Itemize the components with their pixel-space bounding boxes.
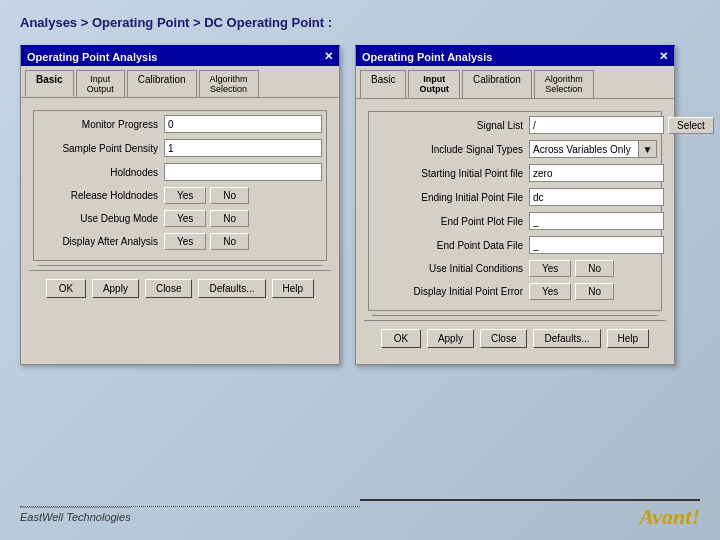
dialog-titlebar-1: Operating Point Analysis ✕ <box>21 47 339 66</box>
sample-density-row: Sample Point Density <box>38 139 322 157</box>
debug-mode-label: Use Debug Mode <box>38 213 158 224</box>
help-button-2[interactable]: Help <box>607 329 650 348</box>
signal-list-label: Signal List <box>373 120 523 131</box>
display-after-row: Display After Analysis Yes No <box>38 233 322 250</box>
dialog-title-1: Operating Point Analysis <box>27 51 157 63</box>
debug-mode-row: Use Debug Mode Yes No <box>38 210 322 227</box>
sample-density-input[interactable] <box>164 139 322 157</box>
apply-button-1[interactable]: Apply <box>92 279 139 298</box>
page-footer: EastWell Technologies Avant! <box>20 499 700 530</box>
include-signal-value: Across Variables Only <box>533 144 631 155</box>
data-file-row: End Point Data File <box>373 236 657 254</box>
include-signal-label: Include Signal Types <box>373 144 523 155</box>
dialog-title-2: Operating Point Analysis <box>362 51 492 63</box>
close-button-2[interactable]: Close <box>480 329 528 348</box>
dialog-operating-point-1: Operating Point Analysis ✕ Basic InputOu… <box>20 45 340 365</box>
tab-bar-2: Basic InputOutput Calibration AlgorithmS… <box>356 66 674 99</box>
defaults-button-2[interactable]: Defaults... <box>533 329 600 348</box>
start-initial-label: Starting Initial Point file <box>373 168 523 179</box>
use-initial-btngroup: Yes No <box>529 260 614 277</box>
tab-input-output-2[interactable]: InputOutput <box>408 70 460 98</box>
close-icon-2[interactable]: ✕ <box>659 50 668 63</box>
close-button-1[interactable]: Close <box>145 279 193 298</box>
holdnodes-label: Holdnodes <box>38 167 158 178</box>
display-after-yes[interactable]: Yes <box>164 233 206 250</box>
plot-file-input[interactable] <box>529 212 664 230</box>
release-holdnodes-no[interactable]: No <box>210 187 249 204</box>
signal-list-row: Signal List Select <box>373 116 657 134</box>
dialog-footer-1: OK Apply Close Defaults... Help <box>29 270 331 306</box>
display-initial-no[interactable]: No <box>575 283 614 300</box>
include-signal-row: Include Signal Types Across Variables On… <box>373 140 657 158</box>
use-initial-yes[interactable]: Yes <box>529 260 571 277</box>
display-after-no[interactable]: No <box>210 233 249 250</box>
tab-input-output-1[interactable]: InputOutput <box>76 70 125 97</box>
include-signal-dropdown[interactable]: Across Variables Only ▼ <box>529 140 657 158</box>
footer-company: EastWell Technologies <box>20 507 131 523</box>
tab-calibration-2[interactable]: Calibration <box>462 70 532 98</box>
ok-button-1[interactable]: OK <box>46 279 86 298</box>
display-after-label: Display After Analysis <box>38 236 158 247</box>
debug-mode-yes[interactable]: Yes <box>164 210 206 227</box>
sample-density-label: Sample Point Density <box>38 143 158 154</box>
apply-button-2[interactable]: Apply <box>427 329 474 348</box>
display-initial-yes[interactable]: Yes <box>529 283 571 300</box>
monitor-progress-label: Monitor Progress <box>38 119 158 130</box>
start-initial-row: Starting Initial Point file <box>373 164 657 182</box>
holdnodes-input[interactable] <box>164 163 322 181</box>
use-initial-no[interactable]: No <box>575 260 614 277</box>
display-initial-btngroup: Yes No <box>529 283 614 300</box>
tab-calibration-1[interactable]: Calibration <box>127 70 197 97</box>
use-initial-row: Use Initial Conditions Yes No <box>373 260 657 277</box>
tab-algorithm-1[interactable]: AlgorithmSelection <box>199 70 259 97</box>
data-file-input[interactable] <box>529 236 664 254</box>
dialog-titlebar-2: Operating Point Analysis ✕ <box>356 47 674 66</box>
breadcrumb: Analyses > Operating Point > DC Operatin… <box>20 10 700 35</box>
display-initial-row: Display Initial Point Error Yes No <box>373 283 657 300</box>
data-file-label: End Point Data File <box>373 240 523 251</box>
tab-bar-1: Basic InputOutput Calibration AlgorithmS… <box>21 66 339 98</box>
tab-algorithm-2[interactable]: AlgorithmSelection <box>534 70 594 98</box>
end-initial-label: Ending Initial Point File <box>373 192 523 203</box>
monitor-progress-row: Monitor Progress <box>38 115 322 133</box>
tab-basic-2[interactable]: Basic <box>360 70 406 98</box>
ok-button-2[interactable]: OK <box>381 329 421 348</box>
release-holdnodes-row: Release Holdnodes Yes No <box>38 187 322 204</box>
select-button[interactable]: Select <box>668 117 714 134</box>
dialog-operating-point-2: Operating Point Analysis ✕ Basic InputOu… <box>355 45 675 365</box>
release-holdnodes-yes[interactable]: Yes <box>164 187 206 204</box>
defaults-button-1[interactable]: Defaults... <box>198 279 265 298</box>
release-holdnodes-btngroup: Yes No <box>164 187 249 204</box>
help-button-1[interactable]: Help <box>272 279 315 298</box>
tab-basic-1[interactable]: Basic <box>25 70 74 97</box>
display-after-btngroup: Yes No <box>164 233 249 250</box>
display-initial-label: Display Initial Point Error <box>373 286 523 297</box>
use-initial-label: Use Initial Conditions <box>373 263 523 274</box>
end-initial-input[interactable] <box>529 188 664 206</box>
end-initial-row: Ending Initial Point File <box>373 188 657 206</box>
dropdown-arrow-icon[interactable]: ▼ <box>638 141 656 157</box>
footer-logo: Avant! <box>639 499 700 529</box>
debug-mode-no[interactable]: No <box>210 210 249 227</box>
plot-file-row: End Point Plot File <box>373 212 657 230</box>
monitor-progress-input[interactable] <box>164 115 322 133</box>
release-holdnodes-label: Release Holdnodes <box>38 190 158 201</box>
debug-mode-btngroup: Yes No <box>164 210 249 227</box>
signal-list-input[interactable] <box>529 116 664 134</box>
start-initial-input[interactable] <box>529 164 664 182</box>
dialog-footer-2: OK Apply Close Defaults... Help <box>364 320 666 356</box>
plot-file-label: End Point Plot File <box>373 216 523 227</box>
holdnodes-row: Holdnodes <box>38 163 322 181</box>
close-icon-1[interactable]: ✕ <box>324 50 333 63</box>
